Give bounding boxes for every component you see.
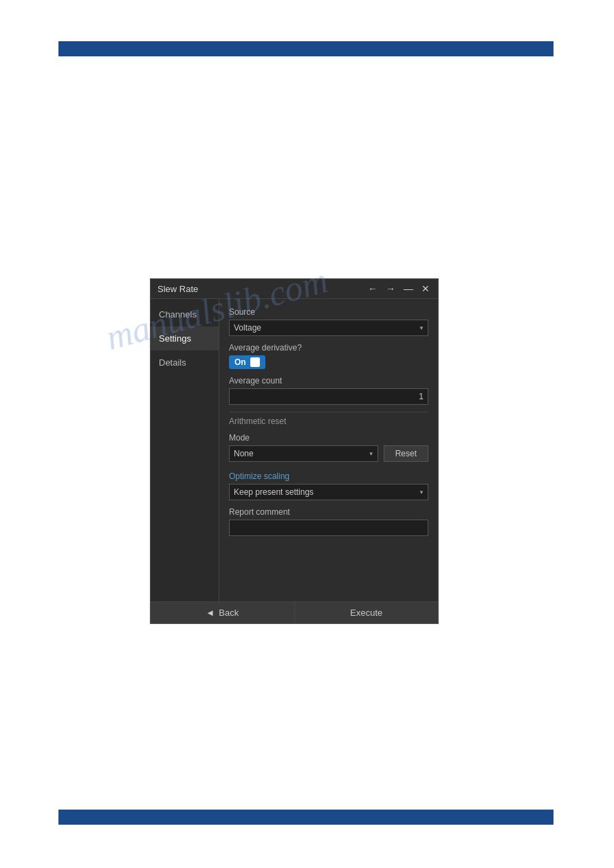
sidebar-item-channels[interactable]: Channels xyxy=(151,302,219,326)
toggle-indicator xyxy=(250,357,260,367)
top-bar xyxy=(58,41,553,56)
avg-count-label: Average count xyxy=(229,376,428,386)
sidebar-item-details[interactable]: Details xyxy=(151,350,219,375)
mode-label: Mode xyxy=(229,433,428,443)
dialog-body: Channels Settings Details Source Voltage… xyxy=(151,299,438,601)
section-divider xyxy=(229,412,428,412)
dialog-titlebar: Slew Rate ← → — ✕ xyxy=(151,279,438,299)
dialog-title: Slew Rate xyxy=(157,284,198,294)
arithmetic-reset-title: Arithmetic reset xyxy=(229,416,428,426)
optimize-scaling-select[interactable]: Keep present settings Optimize Optimize … xyxy=(229,484,428,500)
toggle-label: On xyxy=(234,357,246,367)
back-arrow-icon: ◄ xyxy=(206,608,215,618)
report-comment-input[interactable] xyxy=(229,520,428,536)
bottom-bar xyxy=(58,810,553,825)
source-label: Source xyxy=(229,307,428,317)
back-button-label: Back xyxy=(219,608,239,618)
sidebar: Channels Settings Details xyxy=(151,299,219,601)
close-control[interactable]: ✕ xyxy=(420,283,431,294)
forward-arrow-control[interactable]: → xyxy=(384,283,397,294)
avg-derivative-label: Average derivative? xyxy=(229,343,428,353)
report-comment-label: Report comment xyxy=(229,507,428,517)
source-select[interactable]: Voltage Current xyxy=(229,320,428,336)
mode-select-wrapper: None Auto Manual xyxy=(229,445,378,462)
optimize-scaling-label: Optimize scaling xyxy=(229,471,428,481)
dialog-footer: ◄ Back Execute xyxy=(151,601,438,623)
reset-button[interactable]: Reset xyxy=(384,445,428,462)
minimize-control[interactable]: — xyxy=(402,283,415,294)
back-button[interactable]: ◄ Back xyxy=(151,602,295,623)
slew-rate-dialog: Slew Rate ← → — ✕ Channels Settings Deta… xyxy=(150,278,439,624)
avg-count-input[interactable] xyxy=(229,388,428,405)
source-select-wrapper: Voltage Current xyxy=(229,320,428,336)
avg-derivative-toggle[interactable]: On xyxy=(229,355,265,369)
mode-select[interactable]: None Auto Manual xyxy=(229,445,378,462)
mode-reset-row: None Auto Manual Reset xyxy=(229,445,428,462)
sidebar-item-settings[interactable]: Settings xyxy=(151,326,219,350)
execute-button[interactable]: Execute xyxy=(295,602,439,623)
optimize-scaling-select-wrapper: Keep present settings Optimize Optimize … xyxy=(229,484,428,500)
toggle-container: On xyxy=(229,355,428,369)
dialog-controls: ← → — ✕ xyxy=(366,283,431,294)
back-arrow-control[interactable]: ← xyxy=(366,283,379,294)
content-area: Source Voltage Current Average derivativ… xyxy=(219,299,438,601)
